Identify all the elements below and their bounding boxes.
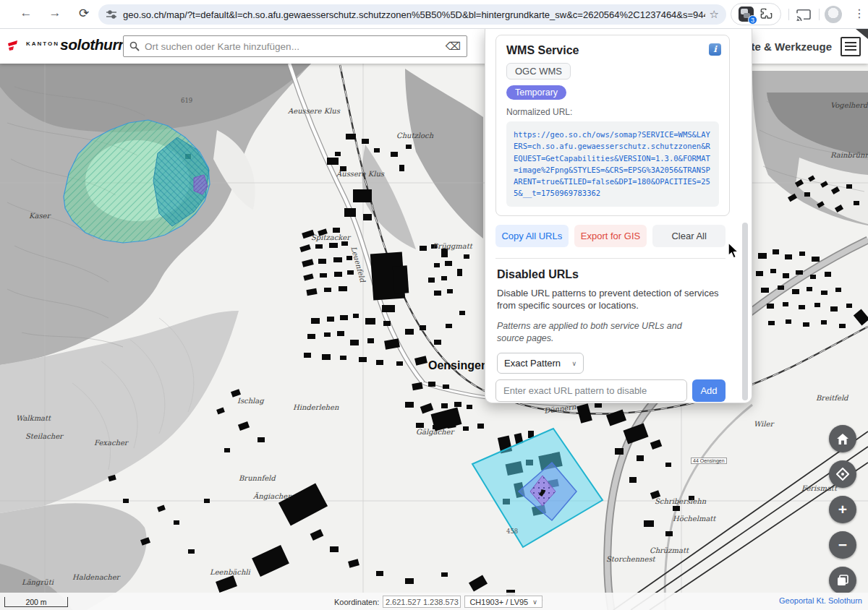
- map-label: Längrüti: [22, 578, 54, 586]
- popup-divider: [495, 258, 726, 259]
- wms-service-card: WMS Service i OGC WMS Temporary Normaliz…: [495, 35, 730, 216]
- map-label: Haldenacher: [72, 573, 119, 581]
- attribution-link[interactable]: Geoportal Kt. Solothurn: [779, 596, 862, 605]
- map-label: Aeussere Klus: [288, 107, 340, 115]
- pattern-type-select[interactable]: Exact Pattern ∨: [497, 353, 584, 374]
- logo-solothurn-text: solothurn: [60, 36, 127, 53]
- map-label: Walkmatt: [16, 414, 51, 422]
- map-label: Gälgacher: [416, 428, 454, 436]
- popup-scrollbar[interactable]: [742, 223, 748, 400]
- normalized-url-label: Normalized URL:: [506, 107, 719, 117]
- toolbar-divider: [819, 9, 820, 20]
- search-icon: [129, 41, 140, 51]
- map-label: Ängiacher: [253, 492, 291, 500]
- address-bar[interactable]: geo.so.ch/map/?t=default&l=ch.so.afu.gew…: [98, 4, 726, 25]
- bookmark-star-icon[interactable]: ☆: [710, 8, 719, 21]
- locate-button[interactable]: [829, 460, 856, 488]
- map-label: Fexacher: [94, 439, 128, 447]
- map-label: 44 Oensingen: [691, 458, 727, 464]
- browser-toolbar: ← → ⟳ geo.so.ch/map/?t=default&l=ch.so.a…: [0, 0, 868, 29]
- wms-service-title: WMS Service: [506, 44, 719, 57]
- map-label: Rainbrünnen: [830, 151, 868, 159]
- corner-fold: [856, 29, 868, 39]
- scale-label: 200 m: [25, 598, 46, 606]
- back-button[interactable]: ←: [17, 6, 35, 20]
- map-label: 458: [506, 528, 518, 535]
- mouse-cursor: [726, 243, 740, 259]
- search-box: ⌫: [123, 35, 467, 57]
- coordinates-label: Koordinaten:: [334, 598, 379, 606]
- zoom-in-button[interactable]: +: [829, 496, 856, 523]
- map-controls: + −: [829, 425, 856, 594]
- kanton-solothurn-logo[interactable]: KANTON solothurn: [7, 36, 127, 53]
- extension-popup: WMS Service i OGC WMS Temporary Normaliz…: [485, 29, 752, 403]
- map-label: Vogelherd: [830, 101, 867, 109]
- map-label: Leenbächli: [210, 568, 250, 576]
- clear-all-button[interactable]: Clear All: [652, 225, 726, 247]
- map-label: Höchelmatt: [673, 515, 715, 523]
- map-label: Chrüzmatt: [650, 546, 689, 554]
- map-label: Ischlag: [237, 397, 264, 405]
- disabled-urls-note: Patterns are applied to both service URL…: [497, 320, 708, 345]
- logo-kanton-text: KANTON: [26, 40, 59, 47]
- reload-button[interactable]: ⟳: [75, 6, 93, 21]
- status-bar: 200 m Koordinaten: CH1903+ / LV95 ∨ Geop…: [0, 593, 868, 610]
- chevron-down-icon: ∨: [571, 360, 576, 367]
- map-label: Kaser: [29, 212, 50, 220]
- screen: Aeussere KlusChutzlochÄussere KlusSpitza…: [0, 0, 868, 610]
- extension-badge: 3: [748, 15, 757, 25]
- normalized-url-value[interactable]: https://geo.so.ch/ows/somap?SERVICE=WMS&…: [506, 121, 719, 207]
- temporary-badge: Temporary: [506, 85, 566, 100]
- add-pattern-button[interactable]: Add: [692, 379, 726, 402]
- copy-all-urls-button[interactable]: Copy All URLs: [495, 225, 569, 247]
- map-label: Brunnfeld: [239, 474, 276, 482]
- map-label: Wiler: [754, 420, 773, 428]
- extensions-puzzle-icon[interactable]: [760, 7, 773, 21]
- map-label: Schriberslehn: [655, 497, 706, 505]
- map-label: Brüggmatt: [433, 242, 472, 250]
- chevron-down-icon: ∨: [532, 598, 537, 606]
- map-label: Hinderlehen: [293, 403, 339, 411]
- disabled-urls-description: Disable URL patterns to prevent detectio…: [497, 287, 723, 312]
- home-button[interactable]: [829, 425, 856, 452]
- url-pattern-input[interactable]: [495, 379, 687, 402]
- map-label: 619: [181, 97, 192, 104]
- info-icon[interactable]: i: [709, 43, 721, 56]
- clear-search-icon[interactable]: ⌫: [446, 40, 461, 53]
- kanton-flag-icon: [7, 39, 23, 53]
- map-label: Äussere Klus: [336, 170, 384, 178]
- menu-hamburger-icon[interactable]: [841, 37, 861, 56]
- profile-avatar[interactable]: [825, 6, 842, 23]
- crs-value: CH1903+ / LV95: [469, 598, 528, 606]
- extensions-group: 3: [731, 3, 781, 25]
- map-label: Steilacher: [25, 432, 63, 440]
- zoom-out-button[interactable]: −: [829, 531, 856, 559]
- forward-button[interactable]: →: [46, 6, 64, 20]
- cast-icon[interactable]: [796, 8, 812, 21]
- map-label: Oensingen: [428, 359, 488, 372]
- scale-bar: 200 m: [4, 597, 68, 607]
- disabled-urls-title: Disabled URLs: [497, 268, 726, 281]
- active-extension-icon[interactable]: 3: [739, 7, 754, 22]
- pattern-select-value: Exact Pattern: [504, 358, 561, 369]
- toolbar-divider: [788, 9, 789, 20]
- export-for-gis-button[interactable]: Export for GIS: [574, 225, 647, 247]
- search-input[interactable]: [145, 41, 446, 52]
- map-label: Storchennest: [606, 555, 655, 563]
- map-label: Spitzacker: [311, 233, 350, 241]
- crs-select[interactable]: CH1903+ / LV95 ∨: [464, 596, 542, 608]
- map-label: Chutzloch: [396, 132, 433, 139]
- site-settings-icon[interactable]: [106, 9, 117, 20]
- coordinates-value[interactable]: [383, 596, 461, 608]
- layers-button[interactable]: [829, 567, 856, 594]
- map-label: Breitfeld: [816, 394, 848, 402]
- browser-menu-icon[interactable]: ⋮: [854, 7, 865, 20]
- url-text[interactable]: geo.so.ch/map/?t=default&l=ch.so.afu.gew…: [123, 9, 705, 20]
- service-type-badge: OGC WMS: [506, 63, 571, 80]
